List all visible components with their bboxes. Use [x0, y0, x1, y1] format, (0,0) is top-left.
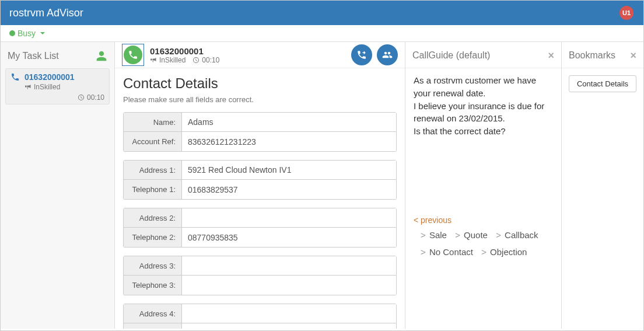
clock-icon: [192, 57, 200, 64]
main-layout: My Task List 01632000001 InSkilled 00:10: [1, 42, 643, 329]
app-title: rostrvm AdVisor: [9, 7, 83, 19]
label-address-1: Address 1:: [124, 161, 182, 179]
label-telephone-3: Telephone 3:: [124, 276, 182, 295]
input-address-3[interactable]: [182, 256, 396, 275]
input-telephone-1[interactable]: [182, 180, 396, 199]
label-address-4: Address 4:: [124, 304, 182, 323]
previous-link[interactable]: < previous: [414, 215, 452, 225]
bookmarks-title: Bookmarks: [569, 50, 615, 61]
active-call-chip[interactable]: [122, 44, 144, 66]
input-account-ref[interactable]: [182, 132, 396, 151]
callguide-panel: CallGuide (default) × As a rostrvm custo…: [405, 42, 562, 329]
label-name: Name:: [124, 113, 182, 131]
group-addr1: Address 1: Telephone 1:: [123, 160, 397, 200]
option-no-contact[interactable]: > No Contact: [421, 246, 473, 259]
input-name[interactable]: [182, 113, 396, 131]
input-address-2[interactable]: [182, 208, 396, 227]
label-telephone-2: Telephone 2:: [124, 228, 182, 247]
callguide-header: CallGuide (default) ×: [405, 42, 561, 68]
option-quote[interactable]: > Quote: [455, 229, 488, 242]
clock-icon: [78, 94, 85, 101]
close-icon[interactable]: ×: [630, 50, 636, 61]
transfer-call-button[interactable]: [351, 44, 372, 65]
chevron-down-icon: [40, 32, 45, 34]
task-time: 00:10: [87, 93, 104, 102]
bullhorn-icon: [24, 83, 32, 90]
task-list-panel: My Task List 01632000001 InSkilled 00:10: [1, 42, 115, 329]
label-address-3: Address 3:: [124, 256, 182, 275]
status-dropdown[interactable]: Busy: [1, 25, 643, 42]
detail-header: 01632000001 InSkilled 00:10: [115, 42, 405, 68]
input-address-4[interactable]: [182, 304, 396, 323]
label-telephone-1: Telephone 1:: [124, 180, 182, 199]
bookmarks-header: Bookmarks ×: [562, 42, 643, 68]
group-name-ref: Name: Account Ref:: [123, 112, 397, 152]
task-card[interactable]: 01632000001 InSkilled 00:10: [5, 68, 110, 104]
label-account-ref: Account Ref:: [124, 132, 182, 151]
call-time: 00:10: [202, 56, 219, 64]
callguide-script: As a rostrvm customer we have your renew…: [414, 74, 553, 138]
input-telephone-3[interactable]: [182, 276, 396, 295]
task-number: 01632000001: [24, 72, 75, 82]
user-badge[interactable]: U1: [620, 6, 634, 20]
group-addr4: Address 4: Telephone 4:: [123, 304, 397, 329]
user-icon: [96, 50, 107, 62]
status-label: Busy: [18, 29, 36, 38]
bookmarks-panel: Bookmarks × Contact Details: [562, 42, 643, 329]
option-sale[interactable]: > Sale: [421, 229, 447, 242]
task-skill: InSkilled: [34, 83, 60, 91]
input-telephone-4[interactable]: [182, 323, 396, 329]
status-dot-icon: [9, 30, 15, 36]
callguide-title: CallGuide (default): [412, 50, 490, 61]
detail-body: Contact Details Please make sure all fie…: [115, 68, 405, 329]
page-subtitle: Please make sure all fields are correct.: [123, 95, 397, 104]
call-skill: InSkilled: [159, 56, 186, 64]
conference-button[interactable]: [377, 44, 398, 65]
detail-panel: 01632000001 InSkilled 00:10 Contact Deta…: [115, 42, 405, 329]
bullhorn-icon: [150, 57, 157, 64]
option-objection[interactable]: > Objection: [481, 246, 527, 259]
group-addr3: Address 3: Telephone 3:: [123, 256, 397, 295]
app-header: rostrvm AdVisor U1: [1, 1, 643, 25]
task-list-title: My Task List: [8, 51, 59, 61]
label-telephone-4: Telephone 4:: [124, 323, 182, 329]
call-number: 01632000001: [150, 46, 219, 56]
input-telephone-2[interactable]: [182, 228, 396, 247]
users-icon: [382, 50, 393, 60]
phone-icon: [10, 72, 20, 82]
task-list-header: My Task List: [1, 42, 114, 68]
bookmark-contact-details[interactable]: Contact Details: [569, 75, 636, 92]
close-icon[interactable]: ×: [548, 50, 554, 61]
phone-forward-icon: [356, 50, 367, 60]
option-callback[interactable]: > Callback: [496, 229, 538, 242]
group-addr2: Address 2: Telephone 2:: [123, 208, 397, 248]
phone-active-icon: [128, 50, 138, 60]
label-address-2: Address 2:: [124, 208, 182, 227]
page-title: Contact Details: [123, 75, 397, 92]
call-banner: 01632000001 InSkilled 00:10: [122, 44, 219, 66]
input-address-1[interactable]: [182, 161, 396, 179]
